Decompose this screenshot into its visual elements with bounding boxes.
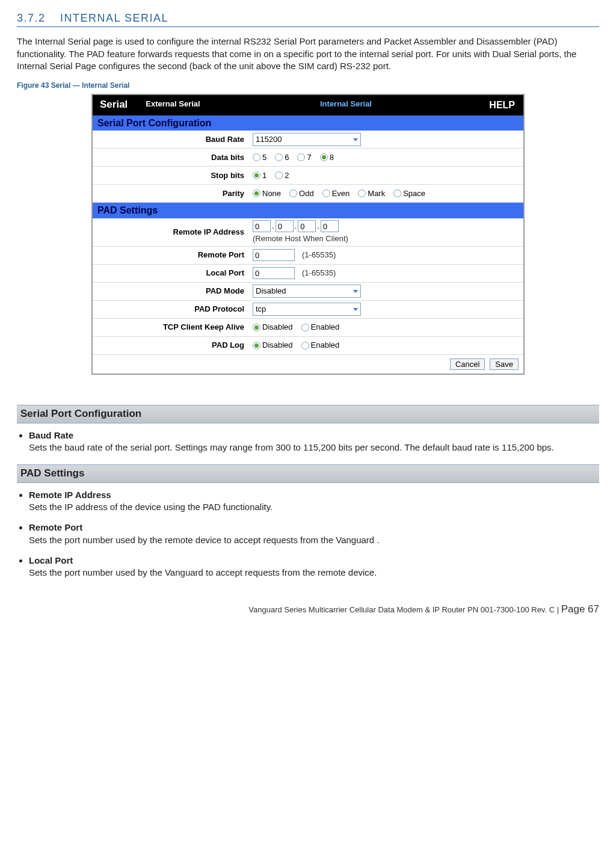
label-pad-protocol: PAD Protocol	[93, 301, 249, 317]
select-pad-mode[interactable]: Disabled	[253, 285, 361, 298]
section-title: INTERNAL SERIAL	[60, 12, 168, 24]
serial-port-config-definition: Sets the baud rate of the serial port. S…	[29, 442, 599, 454]
pad-settings-definition: Sets the port number used by the Vanguar…	[29, 567, 599, 579]
tcp-keepalive-option-enabled[interactable]: Enabled	[301, 322, 340, 333]
label-baud-rate: Baud Rate	[93, 132, 249, 147]
data-bits-option-label: 6	[285, 152, 289, 163]
section-number: 3.7.2	[17, 12, 46, 24]
tcp-keepalive-option-label: Disabled	[262, 322, 293, 333]
panel-title: Serial	[93, 95, 135, 115]
row-remote-port: Remote Port (1-65535)	[93, 247, 523, 265]
serial-port-config-header: Serial Port Configuration	[17, 405, 599, 423]
data-bits-option-label: 5	[262, 152, 266, 163]
row-data-bits: Data bits 5678	[93, 149, 523, 167]
pad-settings-list: Remote IP AddressSets the IP address of …	[29, 489, 599, 579]
tab-internal-serial[interactable]: Internal Serial	[309, 95, 383, 115]
parity-option-none[interactable]: None	[253, 188, 281, 199]
radio-icon	[253, 342, 260, 349]
label-pad-log: PAD Log	[93, 337, 249, 353]
label-tcp-keepalive: TCP Client Keep Alive	[93, 319, 249, 335]
stop-bits-option-label: 1	[262, 170, 266, 181]
data-bits-option-6[interactable]: 6	[275, 152, 289, 163]
radio-icon	[322, 189, 330, 197]
data-bits-option-7[interactable]: 7	[297, 152, 311, 163]
tcp-keepalive-option-disabled[interactable]: Disabled	[253, 322, 293, 333]
label-stop-bits: Stop bits	[93, 168, 249, 183]
section-heading: 3.7.2 INTERNAL SERIAL	[17, 11, 599, 27]
row-pad-mode: PAD Mode Disabled	[93, 283, 523, 301]
select-pad-protocol[interactable]: tcp	[253, 303, 361, 316]
serial-port-config-term: Baud Rate	[29, 430, 73, 440]
label-parity: Parity	[93, 186, 249, 202]
serial-port-config-item: Baud RateSets the baud rate of the seria…	[29, 429, 599, 454]
label-remote-ip: Remote IP Address	[93, 224, 249, 240]
pad-settings-item: Remote IP AddressSets the IP address of …	[29, 489, 599, 514]
input-local-port[interactable]	[253, 267, 295, 279]
serial-port-config-list: Baud RateSets the baud rate of the seria…	[29, 429, 599, 454]
select-baud-rate[interactable]: 115200	[253, 133, 361, 146]
parity-option-odd[interactable]: Odd	[289, 188, 314, 199]
radio-icon	[253, 153, 260, 161]
stop-bits-option-1[interactable]: 1	[253, 170, 266, 181]
pad-settings-term: Remote IP Address	[29, 490, 111, 500]
tcp-keepalive-option-label: Enabled	[311, 322, 340, 333]
radio-icon	[253, 324, 260, 331]
parity-option-mark[interactable]: Mark	[358, 188, 385, 199]
parity-option-label: Mark	[368, 188, 385, 199]
pad-log-option-label: Enabled	[311, 340, 340, 351]
data-bits-option-5[interactable]: 5	[253, 152, 266, 163]
spacer	[383, 95, 481, 115]
stop-bits-option-2[interactable]: 2	[275, 170, 289, 181]
pad-log-option-disabled[interactable]: Disabled	[253, 340, 293, 351]
stop-bits-option-label: 2	[285, 170, 289, 181]
label-data-bits: Data bits	[93, 150, 249, 165]
footer-text: Vanguard Series Multicarrier Cellular Da…	[248, 605, 555, 614]
input-remote-ip-octet-3[interactable]	[298, 220, 316, 232]
row-local-port: Local Port (1-65535)	[93, 265, 523, 283]
data-bits-option-8[interactable]: 8	[320, 152, 334, 163]
pad-settings-item: Local PortSets the port number used by t…	[29, 555, 599, 579]
pad-settings-block: PAD Settings Remote IP AddressSets the I…	[17, 464, 599, 579]
input-remote-ip-octet-4[interactable]	[321, 220, 339, 232]
select-pad-protocol-value: tcp	[256, 304, 266, 315]
serial-config-panel: Serial External Serial Internal Serial H…	[91, 94, 525, 374]
serial-port-config-block: Serial Port Configuration Baud RateSets …	[17, 405, 599, 454]
radio-icon	[275, 171, 283, 179]
tab-external-serial[interactable]: External Serial	[135, 95, 211, 115]
ip-dot: .	[272, 221, 274, 232]
radio-icon	[393, 189, 401, 197]
input-remote-ip-octet-2[interactable]	[276, 220, 294, 232]
radio-icon	[358, 189, 366, 197]
remote-port-hint: (1-65535)	[302, 250, 336, 260]
button-row: Cancel Save	[93, 355, 523, 374]
local-port-hint: (1-65535)	[302, 268, 336, 279]
row-stop-bits: Stop bits 12	[93, 167, 523, 185]
page-footer: Vanguard Series Multicarrier Cellular Da…	[17, 603, 599, 617]
pad-log-option-enabled[interactable]: Enabled	[301, 340, 340, 351]
row-remote-ip: Remote IP Address ... (Remote Host When …	[93, 218, 523, 247]
parity-option-even[interactable]: Even	[322, 188, 350, 199]
radio-icon	[301, 324, 309, 331]
pad-settings-header: PAD Settings	[17, 464, 599, 483]
spacer	[211, 95, 309, 115]
label-pad-mode: PAD Mode	[93, 283, 249, 299]
label-remote-port: Remote Port	[93, 247, 249, 263]
radio-icon	[297, 153, 305, 161]
parity-option-label: Even	[332, 188, 350, 199]
row-baud-rate: Baud Rate 115200	[93, 131, 523, 149]
parity-option-label: Odd	[299, 188, 314, 199]
parity-option-label: Space	[403, 188, 425, 199]
parity-option-space[interactable]: Space	[393, 188, 425, 199]
save-button[interactable]: Save	[490, 359, 519, 370]
row-pad-protocol: PAD Protocol tcp	[93, 301, 523, 319]
screenshot-container: Serial External Serial Internal Serial H…	[17, 94, 599, 374]
data-bits-option-label: 8	[330, 152, 334, 163]
input-remote-ip-octet-1[interactable]	[253, 220, 271, 232]
select-baud-rate-value: 115200	[256, 134, 282, 145]
ip-dot: .	[317, 221, 319, 232]
help-link[interactable]: HELP	[481, 95, 523, 115]
cancel-button[interactable]: Cancel	[450, 359, 485, 370]
input-remote-port[interactable]	[253, 249, 295, 261]
figure-caption: Figure 43 Serial — Internal Serial	[17, 81, 599, 90]
select-pad-mode-value: Disabled	[256, 286, 286, 297]
